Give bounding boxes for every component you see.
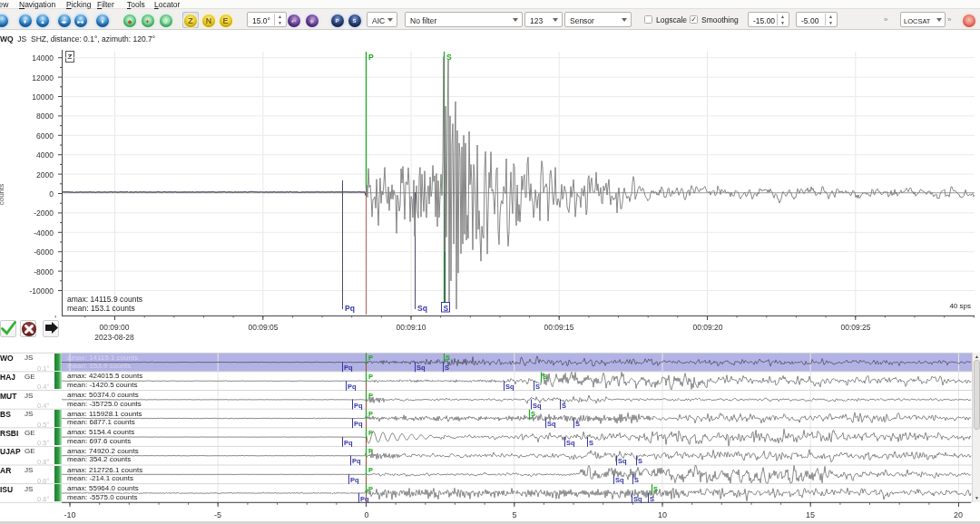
svg-text:P: P bbox=[368, 485, 373, 493]
svg-text:P: P bbox=[368, 373, 373, 381]
svg-text:S: S bbox=[575, 420, 580, 428]
svg-text:S: S bbox=[634, 476, 639, 484]
svg-text:Pq: Pq bbox=[354, 402, 363, 410]
svg-text:S: S bbox=[446, 53, 452, 62]
svg-text:Sq: Sq bbox=[505, 383, 514, 391]
svg-text:Sq: Sq bbox=[618, 457, 627, 465]
svg-text:S: S bbox=[543, 373, 547, 381]
svg-text:S: S bbox=[444, 304, 449, 313]
svg-text:S: S bbox=[535, 383, 540, 391]
svg-text:S: S bbox=[531, 410, 535, 418]
svg-text:S: S bbox=[653, 485, 658, 493]
svg-text:P: P bbox=[368, 354, 373, 362]
svg-text:Pq: Pq bbox=[344, 439, 353, 447]
svg-text:P: P bbox=[368, 392, 373, 400]
svg-text:Sq: Sq bbox=[547, 420, 556, 428]
svg-text:S: S bbox=[589, 439, 593, 447]
svg-text:Pq: Pq bbox=[352, 457, 361, 465]
svg-text:P: P bbox=[368, 53, 374, 62]
svg-text:Sq: Sq bbox=[417, 304, 427, 313]
svg-text:Sq: Sq bbox=[633, 495, 642, 503]
svg-text:P: P bbox=[368, 410, 373, 418]
svg-text:Sq: Sq bbox=[615, 476, 624, 484]
svg-text:S: S bbox=[446, 354, 450, 362]
svg-text:P: P bbox=[368, 447, 373, 455]
svg-text:Sq: Sq bbox=[566, 439, 575, 447]
svg-text:P: P bbox=[368, 429, 373, 437]
svg-text:S: S bbox=[562, 402, 566, 410]
svg-text:S: S bbox=[650, 495, 654, 503]
svg-text:S: S bbox=[445, 364, 449, 372]
svg-text:Pq: Pq bbox=[345, 304, 355, 313]
svg-text:Pq: Pq bbox=[348, 383, 357, 391]
svg-text:Pq: Pq bbox=[350, 476, 359, 484]
svg-text:Sq: Sq bbox=[533, 402, 542, 410]
svg-text:Pq: Pq bbox=[354, 420, 363, 428]
svg-text:Pq: Pq bbox=[360, 495, 369, 503]
svg-text:P: P bbox=[368, 466, 373, 474]
svg-text:Sq: Sq bbox=[416, 364, 426, 372]
svg-text:Pq: Pq bbox=[344, 364, 353, 372]
svg-text:S: S bbox=[638, 457, 642, 465]
